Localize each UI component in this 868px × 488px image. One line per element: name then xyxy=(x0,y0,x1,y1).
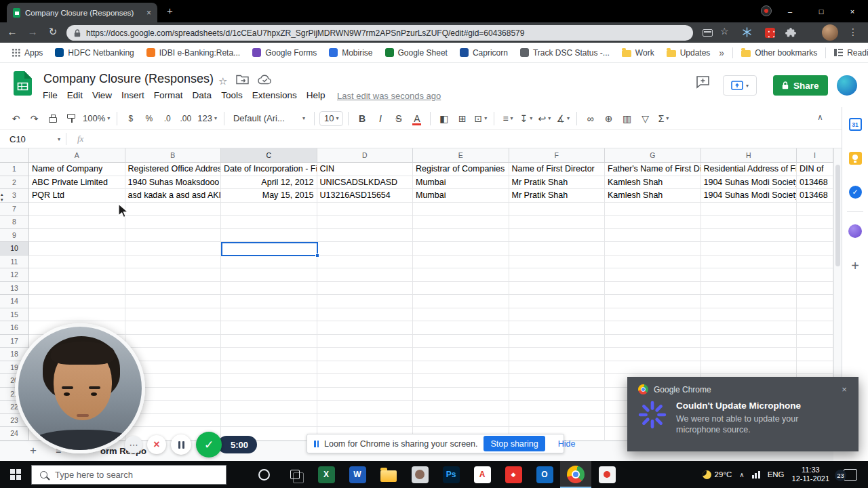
addon-icon[interactable] xyxy=(842,224,868,238)
taskbar-generic-app-icon[interactable] xyxy=(404,461,435,488)
menu-view[interactable]: View xyxy=(87,89,117,102)
row-header-7[interactable]: 7 xyxy=(0,203,29,216)
cell-D14[interactable] xyxy=(317,295,414,308)
row-header-12[interactable]: 12 xyxy=(0,268,29,282)
paint-format-icon[interactable] xyxy=(62,110,79,127)
cell-A14[interactable] xyxy=(29,295,125,308)
cell-I2[interactable]: 013468 xyxy=(797,176,833,190)
hide-button[interactable]: Hide xyxy=(551,439,583,449)
cell-D12[interactable] xyxy=(317,268,414,282)
undo-icon[interactable]: ↶ xyxy=(7,110,24,127)
taskbar-file-explorer-icon[interactable] xyxy=(373,461,404,488)
cell-D22[interactable] xyxy=(317,401,414,414)
cell-G13[interactable] xyxy=(605,282,701,296)
cell-B11[interactable] xyxy=(125,256,222,269)
cell-B1[interactable]: Registered Office Addres xyxy=(125,163,222,176)
functions-icon[interactable]: Σ▾ xyxy=(655,110,672,127)
text-wrap-icon[interactable]: ↩▾ xyxy=(536,110,553,127)
cell-E1[interactable]: Registrar of Companies xyxy=(413,163,509,176)
cell-C3[interactable]: May 15, 2015 xyxy=(221,189,317,203)
strikethrough-icon[interactable]: S xyxy=(390,110,407,127)
cell-H15[interactable] xyxy=(701,308,797,322)
cell-F14[interactable] xyxy=(509,295,606,308)
cell-I1[interactable]: DIN of xyxy=(797,163,833,176)
borders-icon[interactable]: ⊞ xyxy=(454,110,471,127)
maximize-button[interactable]: □ xyxy=(806,0,837,22)
cell-I17[interactable] xyxy=(797,335,833,348)
bookmark-item[interactable]: Updates xyxy=(660,43,717,62)
cell-F2[interactable]: Mr Pratik Shah xyxy=(509,176,606,190)
cell-F11[interactable] xyxy=(509,256,606,269)
cell-C14[interactable] xyxy=(221,295,317,308)
cell-I10[interactable] xyxy=(797,242,833,256)
select-all-corner[interactable] xyxy=(0,148,29,163)
cell-C10[interactable] xyxy=(221,242,317,256)
cell-H8[interactable] xyxy=(701,216,797,229)
italic-icon[interactable]: I xyxy=(372,110,389,127)
cell-F8[interactable] xyxy=(509,216,606,229)
cell-I7[interactable] xyxy=(797,203,833,216)
row-header-2[interactable]: 2 xyxy=(0,176,29,190)
cell-D1[interactable]: CIN xyxy=(317,163,414,176)
cell-E18[interactable] xyxy=(413,348,509,361)
column-header-G[interactable]: G xyxy=(605,148,701,163)
extensions-puzzle-icon[interactable] xyxy=(785,27,796,41)
cell-I14[interactable] xyxy=(797,295,833,308)
cell-C21[interactable] xyxy=(221,388,317,401)
cell-H3[interactable]: 1904 Suhas Modi Society xyxy=(701,189,797,203)
comment-history-icon[interactable] xyxy=(696,75,710,92)
row-header-10[interactable]: 10 xyxy=(0,242,29,256)
cell-B12[interactable] xyxy=(125,268,222,282)
add-sheet-icon[interactable]: + xyxy=(30,444,37,458)
bookmark-item[interactable]: Google Sheet xyxy=(379,43,454,62)
cell-F20[interactable] xyxy=(509,374,606,388)
increase-decimal-icon[interactable]: .00 xyxy=(177,110,194,127)
cell-F10[interactable] xyxy=(509,242,606,256)
cell-B23[interactable] xyxy=(125,414,222,428)
menu-format[interactable]: Format xyxy=(149,89,188,102)
number-format-select[interactable]: 123▾ xyxy=(195,110,219,127)
sheets-logo-icon[interactable] xyxy=(14,71,32,98)
cell-E3[interactable]: Mumbai xyxy=(413,189,509,203)
cell-D9[interactable] xyxy=(317,229,414,243)
cell-C8[interactable] xyxy=(221,216,317,229)
cell-E23[interactable] xyxy=(413,414,509,428)
insert-link-icon[interactable]: ∞ xyxy=(582,110,599,127)
taskbar-outlook-icon[interactable]: O xyxy=(529,461,560,488)
cell-C22[interactable] xyxy=(221,401,317,414)
bookmark-star-icon[interactable]: ☆ xyxy=(720,26,729,37)
get-addons-icon[interactable]: + xyxy=(842,259,868,272)
cell-B10[interactable] xyxy=(125,242,222,256)
cell-D23[interactable] xyxy=(317,414,414,428)
row-header-16[interactable]: 16 xyxy=(0,321,29,335)
cell-A12[interactable] xyxy=(29,268,125,282)
address-bar[interactable]: https://docs.google.com/spreadsheets/d/1… xyxy=(66,25,693,41)
row-header-3[interactable]: 3 xyxy=(0,189,29,203)
star-icon[interactable]: ☆ xyxy=(218,75,227,87)
save-card-icon[interactable] xyxy=(703,29,713,37)
cell-B14[interactable] xyxy=(125,295,222,308)
name-box[interactable]: C10 ▾ xyxy=(0,130,66,148)
decrease-decimal-icon[interactable]: .0 xyxy=(159,110,176,127)
row-header-24[interactable]: 24 xyxy=(0,427,29,441)
row-header-15[interactable]: 15 xyxy=(0,308,29,322)
cell-B8[interactable] xyxy=(125,216,222,229)
cell-B2[interactable]: 1940 Suhas Moaksdooo xyxy=(125,176,222,190)
google-calendar-icon[interactable]: 31 xyxy=(842,118,868,131)
cell-I8[interactable] xyxy=(797,216,833,229)
cell-I13[interactable] xyxy=(797,282,833,296)
horizontal-align-icon[interactable]: ≡▾ xyxy=(499,110,516,127)
column-header-H[interactable]: H xyxy=(701,148,797,163)
cell-C13[interactable] xyxy=(221,282,317,296)
cell-F7[interactable] xyxy=(509,203,606,216)
cell-E10[interactable] xyxy=(413,242,509,256)
cell-E15[interactable] xyxy=(413,308,509,322)
present-button[interactable]: ▾ xyxy=(723,75,757,96)
cell-C7[interactable] xyxy=(221,203,317,216)
pause-recording-button[interactable] xyxy=(171,434,191,455)
start-button[interactable] xyxy=(0,461,31,488)
cell-A10[interactable] xyxy=(29,242,125,256)
cell-G16[interactable] xyxy=(605,321,701,335)
move-folder-icon[interactable] xyxy=(236,75,249,87)
cell-A13[interactable] xyxy=(29,282,125,296)
